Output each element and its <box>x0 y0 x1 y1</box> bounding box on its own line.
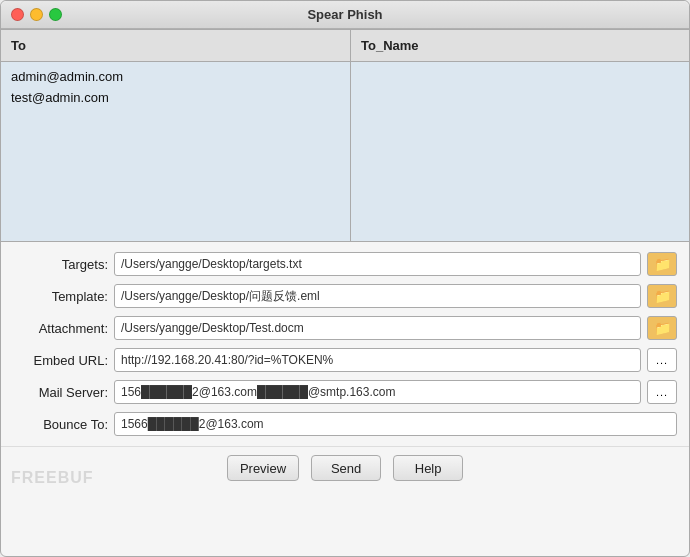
list-item[interactable]: admin@admin.com <box>1 66 350 87</box>
mailserver-row: Mail Server: ... <box>13 380 677 404</box>
mailserver-label: Mail Server: <box>13 385 108 400</box>
maximize-button[interactable] <box>49 8 62 21</box>
attachment-label: Attachment: <box>13 321 108 336</box>
send-button[interactable]: Send <box>311 455 381 481</box>
folder-icon: 📁 <box>654 256 671 272</box>
title-bar: Spear Phish <box>1 1 689 29</box>
mailserver-dots-button[interactable]: ... <box>647 380 677 404</box>
folder-icon: 📁 <box>654 320 671 336</box>
col-to-header: To <box>1 29 351 61</box>
email-list-col-to: admin@admin.com test@admin.com <box>1 62 351 241</box>
bounceto-label: Bounce To: <box>13 417 108 432</box>
form-area: Targets: 📁 Template: 📁 Attachment: � <box>1 242 689 446</box>
bounceto-input[interactable] <box>114 412 677 436</box>
email-list[interactable]: admin@admin.com test@admin.com <box>1 62 689 242</box>
list-item[interactable]: test@admin.com <box>1 87 350 108</box>
template-label: Template: <box>13 289 108 304</box>
folder-icon: 📁 <box>654 288 671 304</box>
targets-label: Targets: <box>13 257 108 272</box>
preview-button[interactable]: Preview <box>227 455 299 481</box>
embedurl-label: Embed URL: <box>13 353 108 368</box>
help-button[interactable]: Help <box>393 455 463 481</box>
minimize-button[interactable] <box>30 8 43 21</box>
template-folder-button[interactable]: 📁 <box>647 284 677 308</box>
main-window: Spear Phish To To_Name admin@admin.com t… <box>0 0 690 557</box>
watermark: FREEBUF <box>11 469 94 487</box>
close-button[interactable] <box>11 8 24 21</box>
dots-icon: ... <box>656 386 668 398</box>
template-row: Template: 📁 <box>13 284 677 308</box>
email-list-col-toname <box>351 62 689 241</box>
attachment-row: Attachment: 📁 <box>13 316 677 340</box>
targets-input[interactable] <box>114 252 641 276</box>
email-table-header: To To_Name <box>1 29 689 62</box>
targets-folder-button[interactable]: 📁 <box>647 252 677 276</box>
template-input[interactable] <box>114 284 641 308</box>
window-content: To To_Name admin@admin.com test@admin.co… <box>1 29 689 556</box>
attachment-input[interactable] <box>114 316 641 340</box>
targets-row: Targets: 📁 <box>13 252 677 276</box>
col-toname-header: To_Name <box>351 29 689 61</box>
traffic-lights <box>11 8 62 21</box>
bottom-area: FREEBUF Preview Send Help <box>1 446 689 489</box>
embedurl-row: Embed URL: ... <box>13 348 677 372</box>
window-title: Spear Phish <box>307 7 382 22</box>
attachment-folder-button[interactable]: 📁 <box>647 316 677 340</box>
embedurl-input[interactable] <box>114 348 641 372</box>
embedurl-dots-button[interactable]: ... <box>647 348 677 372</box>
mailserver-input[interactable] <box>114 380 641 404</box>
dots-icon: ... <box>656 354 668 366</box>
bounceto-row: Bounce To: <box>13 412 677 436</box>
